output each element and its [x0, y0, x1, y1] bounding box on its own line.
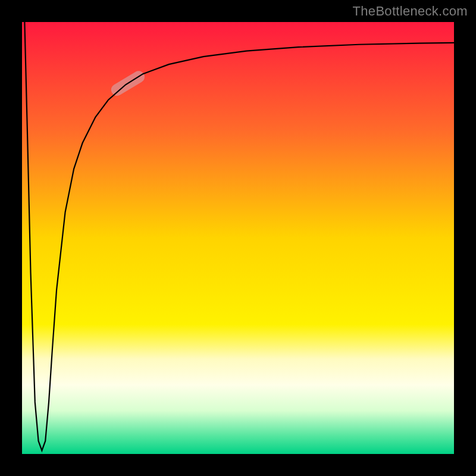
plot-area: [22, 22, 454, 454]
chart-stage: TheBottleneck.com: [0, 0, 476, 476]
attribution-text: TheBottleneck.com: [353, 4, 468, 19]
chart-svg: [22, 22, 454, 454]
chart-background: [22, 22, 454, 454]
